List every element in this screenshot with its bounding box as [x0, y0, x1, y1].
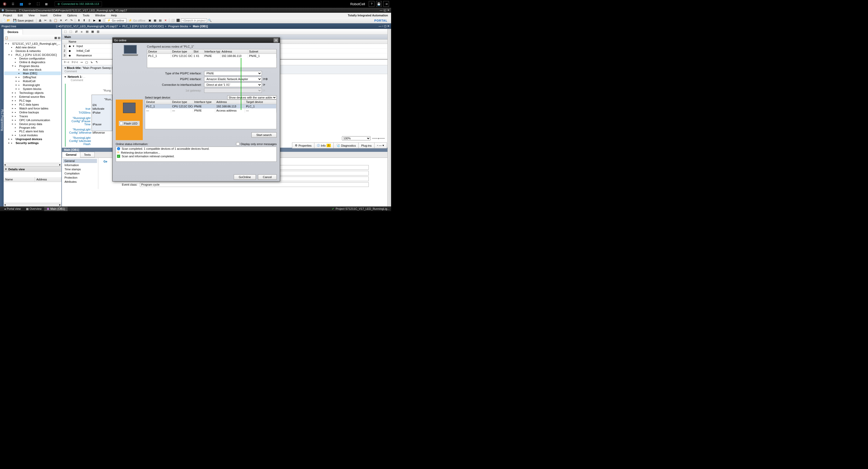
search-icon[interactable]: 🔍	[208, 18, 212, 23]
nav-protection[interactable]: Protection	[63, 176, 97, 180]
nav-attributes[interactable]: Attributes	[63, 180, 97, 184]
volume-mute-icon[interactable]: 🔇	[2, 1, 7, 6]
flash-led-checkbox[interactable]	[120, 122, 123, 125]
portal-view-tab[interactable]: ◂Portal view	[2, 207, 23, 211]
tree-item[interactable]: ▸▪System blocks	[4, 87, 61, 91]
redo-icon[interactable]: ↷	[69, 18, 73, 23]
col-subnet[interactable]: Subnet	[248, 50, 276, 54]
menu-insert[interactable]: Insert	[38, 13, 50, 18]
upload-icon[interactable]: ⇫	[87, 18, 92, 23]
menu-edit[interactable]: Edit	[16, 13, 25, 18]
branch-close-icon[interactable]: ↰	[95, 61, 98, 64]
col2-iftype[interactable]: Interface type	[193, 100, 215, 104]
tree-item[interactable]: ▸▪DiffingTest	[4, 75, 61, 79]
col2-devtype[interactable]: Device type	[171, 100, 193, 104]
search-input[interactable]	[181, 19, 207, 23]
paste-icon[interactable]: 📋	[53, 18, 58, 23]
details-view-header[interactable]: ▾Details view	[4, 166, 61, 171]
tree-item[interactable]: ▪Main [OB1]	[4, 71, 61, 75]
devices-tab[interactable]: Devices	[5, 29, 23, 35]
access-node-row[interactable]: PLC_1 CPU 1211C DC/D... 1 X1 PN/IE 192.1…	[147, 54, 276, 58]
tree-item[interactable]: ▸▪Technology objects	[4, 91, 61, 95]
cut-icon[interactable]: ✂	[43, 18, 48, 23]
scroll-left2-icon[interactable]: ◂	[4, 203, 6, 207]
tab-properties[interactable]: ⚙Properties	[292, 143, 314, 149]
bc-blocks[interactable]: Program blocks	[168, 25, 188, 28]
details-col-name[interactable]: Name	[4, 177, 35, 182]
scroll-right2-icon[interactable]: ▸	[59, 203, 61, 207]
tool-icon-4[interactable]: ✕	[163, 18, 168, 23]
col-devtype[interactable]: Device type	[171, 50, 192, 54]
menu-tools[interactable]: Tools	[81, 13, 92, 18]
tab-plugins[interactable]: Plug-ins	[358, 143, 374, 149]
open-project-icon[interactable]: 📂	[6, 18, 11, 23]
split-h-icon[interactable]: ⬜	[170, 18, 175, 23]
tree-item[interactable]: ▸▪Security settings	[4, 141, 61, 145]
tab-info[interactable]: ⓘInfo⚠	[314, 143, 334, 149]
scroll-right-icon[interactable]: ▸	[59, 163, 61, 166]
tree-item[interactable]: ▸▪External source files	[4, 95, 61, 98]
contact-no-icon[interactable]: ⊢⊣	[64, 61, 69, 64]
branch-open-icon[interactable]: ↳	[91, 61, 93, 64]
col-slot[interactable]: Slot	[192, 50, 203, 54]
menu-online[interactable]: Online	[51, 13, 63, 18]
new-project-icon[interactable]: 📄	[1, 18, 6, 23]
zoom-select[interactable]: 100%	[342, 136, 371, 140]
project-tree[interactable]: ▾▪S71211C_V17_LED_RunningLight_...▪Add n…	[4, 41, 61, 163]
editor-max-icon[interactable]: ◻	[384, 25, 386, 28]
tab-texts[interactable]: Texts	[80, 152, 95, 158]
pgpc-iface-select[interactable]: Amazon Elastic Network Adapter	[204, 77, 262, 82]
go-offline-button[interactable]: ⚡ Go offline	[127, 19, 147, 22]
tree-item[interactable]: ▪PLC alarm text lists	[4, 129, 61, 133]
tab-general[interactable]: General	[62, 152, 80, 158]
tool-icon-1[interactable]: ▣	[148, 18, 152, 23]
menu-options[interactable]: Options	[65, 13, 79, 18]
exit-icon[interactable]: ⇥	[383, 1, 389, 7]
tree-item[interactable]: ▸▪Traces	[4, 114, 61, 118]
fullscreen-icon[interactable]: ⛶	[35, 1, 40, 6]
sim-icon[interactable]: ▶	[92, 18, 97, 23]
cancel-button[interactable]: Cancel	[258, 175, 277, 180]
menu-window[interactable]: Window	[93, 13, 107, 18]
tree-item[interactable]: ▪Add new device	[4, 45, 61, 49]
editor-min-icon[interactable]: —	[379, 25, 381, 28]
main-ob1-tab[interactable]: ⬣Main (OB1)	[44, 207, 68, 211]
bc-plc[interactable]: PLC_1 [CPU 1211C DC/DC/DC]	[122, 25, 163, 28]
et-icon-3[interactable]: ⇄	[74, 29, 79, 34]
contact-nc-icon[interactable]: ⊢/⊣	[72, 61, 78, 64]
et-icon-2[interactable]: ⬚	[68, 29, 73, 34]
col2-target[interactable]: Target device	[245, 100, 276, 104]
et-icon-7[interactable]: ▥	[96, 29, 100, 34]
nav-compilation[interactable]: Compilation	[63, 171, 97, 176]
nav-information[interactable]: Information	[63, 163, 97, 167]
refresh2-icon[interactable]: ⟳	[263, 83, 265, 87]
et-icon-4[interactable]: ≡	[79, 29, 84, 34]
maximize-icon[interactable]: ◱	[383, 8, 386, 12]
tree-item[interactable]: ▪Online & diagnostics	[4, 60, 61, 64]
conn-select[interactable]: Direct at slot '1 X1'	[204, 83, 262, 87]
tree-item[interactable]: ▪Program info	[4, 126, 61, 129]
evt-field[interactable]	[140, 182, 369, 187]
et-icon-6[interactable]: ▦	[90, 29, 95, 34]
tree-item[interactable]: ▾▪PLC_1 [CPU 1211C DC/DC/DC]	[4, 53, 61, 57]
col2-device[interactable]: Device	[145, 100, 171, 104]
col-device[interactable]: Device	[147, 50, 171, 54]
panel-collapse-icon[interactable]: ▫ — ▾	[374, 143, 387, 149]
go-online-button[interactable]: ⚡ Go online	[105, 18, 126, 23]
tree-item[interactable]: ▸▪PLC data types	[4, 102, 61, 106]
tree-item[interactable]: ▸▪Online backups	[4, 110, 61, 114]
plc-programming-strip[interactable]: PLC Programming	[0, 29, 4, 207]
undo-icon[interactable]: ↶	[64, 18, 68, 23]
list-icon[interactable]: ☰	[10, 1, 16, 6]
delete-icon[interactable]: ✕	[59, 18, 63, 23]
tree-item[interactable]: ▸▪OPC UA communication	[4, 118, 61, 122]
tree-item[interactable]: ▸▪Ungrouped devices	[4, 137, 61, 141]
col2-address[interactable]: Address	[215, 100, 245, 104]
bc-main[interactable]: Main [OB1]	[193, 25, 208, 28]
config-icon[interactable]: ⚙	[265, 77, 268, 81]
coil-icon[interactable]: ⊸	[80, 61, 83, 64]
dialog-close-icon[interactable]: ✕	[274, 38, 278, 42]
nav-general[interactable]: General	[63, 159, 97, 163]
tree-item[interactable]: ▸▪RunningLight	[4, 83, 61, 87]
display-error-checkbox[interactable]	[236, 142, 240, 146]
